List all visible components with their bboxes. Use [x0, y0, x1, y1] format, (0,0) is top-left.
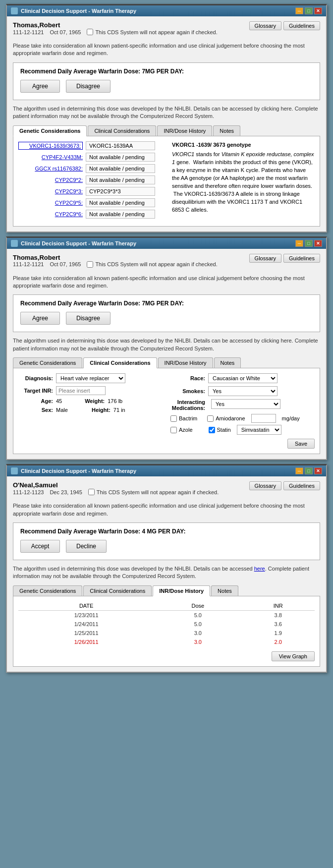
patient-info-2: Thomas,Robert 111-12-1121 Oct 07, 1965 T… — [13, 254, 218, 272]
window-3: Clinical Decision Support - Warfarin The… — [6, 464, 327, 673]
agree-btn-2[interactable]: Agree — [20, 312, 60, 325]
close-btn-3[interactable]: ✕ — [314, 467, 322, 474]
gene-label-6[interactable]: CYP2C9*6: — [18, 211, 83, 217]
amiodarone-input[interactable] — [251, 414, 276, 423]
guidelines-btn-3[interactable]: Guidelines — [283, 481, 320, 490]
tab-clinical-1[interactable]: Clinical Considerations — [88, 125, 156, 136]
gene-value-1: Not available / pending — [86, 153, 155, 162]
statin-checkbox[interactable] — [209, 427, 215, 433]
tab-content-genetic-1: VKORC1-1639/3673: VKORC1-1639AA CYP4F2-V… — [13, 136, 320, 227]
tab-notes-1[interactable]: Notes — [213, 125, 240, 136]
header-buttons-1: Glossary Guidelines — [249, 21, 320, 30]
patient-dob-3: Dec 23, 1945 — [50, 489, 82, 495]
azole-checkbox[interactable] — [170, 427, 177, 433]
genetic-row-5: CYP2C9*5: Not available / pending — [18, 198, 167, 207]
recommend-box-1: Recommend Daily Average Warfarin Dose: 7… — [13, 62, 320, 100]
window-content-1: Thomas,Robert 111-12-1121 Oct 07, 1965 T… — [7, 16, 326, 231]
guidelines-btn-1[interactable]: Guidelines — [283, 21, 320, 30]
decline-btn-3[interactable]: Decline — [66, 540, 107, 553]
title-bar-controls-1: ─ □ ✕ — [295, 7, 322, 14]
height-value: 71 in — [113, 407, 125, 413]
save-btn[interactable]: Save — [287, 439, 315, 449]
window-title-3: Clinical Decision Support - Warfarin The… — [21, 468, 136, 474]
inr-row-2: 1/25/2011 3.0 1.9 — [18, 629, 315, 637]
gene-value-4: CYP2C9*3*3 — [86, 187, 155, 196]
app-icon-1 — [11, 7, 18, 14]
minimize-btn-2[interactable]: ─ — [295, 240, 303, 247]
guidelines-btn-2[interactable]: Guidelines — [283, 254, 320, 263]
patient-dob-1: Oct 07, 1965 — [50, 29, 81, 35]
diagnosis-select[interactable]: Heart valve replacer — [56, 373, 125, 383]
gene-label-3[interactable]: CYP2C9*2: — [18, 177, 83, 183]
window-content-3: O'Neal,Samuel 111-12-1123 Dec 23, 1945 T… — [7, 476, 326, 672]
suppress-checkbox-2[interactable] — [87, 261, 93, 268]
gene-label-5[interactable]: CYP2C9*5: — [18, 200, 83, 206]
minimize-btn-1[interactable]: ─ — [295, 7, 303, 14]
patient-header-2: Thomas,Robert 111-12-1121 Oct 07, 1965 T… — [13, 254, 320, 272]
meds-section: Bactrim Amiodarone mg/day — [170, 414, 315, 435]
minimize-btn-3[interactable]: ─ — [295, 467, 303, 474]
algo-text-1: The algorithm used in determining this d… — [13, 105, 320, 120]
maximize-btn-3[interactable]: □ — [305, 467, 313, 474]
statin-select[interactable]: Simvastatin — [237, 425, 281, 435]
race-select[interactable]: Caucasian or White — [208, 373, 278, 383]
algo-text-pre-3: The algorithm used in determining this d… — [13, 566, 254, 572]
window-title-2: Clinical Decision Support - Warfarin The… — [21, 240, 136, 246]
suppress-checkbox-1[interactable] — [87, 29, 93, 35]
tab-genetic-3[interactable]: Genetic Considerations — [13, 585, 82, 596]
race-row: Race: Caucasian or White — [170, 373, 315, 383]
smokes-label: Smokes: — [170, 388, 205, 394]
diagnosis-row: Diagnosis: Heart valve replacer — [18, 373, 163, 383]
inr-dose-0: 5.0 — [154, 610, 241, 620]
view-graph-btn[interactable]: View Graph — [272, 651, 315, 661]
tab-notes-2[interactable]: Notes — [214, 357, 241, 368]
tab-content-inr-3: DATE Dose INR 1/23/2011 5.0 3.8 1/24/201… — [13, 596, 320, 667]
close-btn-1[interactable]: ✕ — [314, 7, 322, 14]
bactrim-checkbox[interactable] — [170, 415, 177, 422]
patient-id-1: 111-12-1121 — [13, 29, 44, 35]
close-btn-2[interactable]: ✕ — [314, 240, 322, 247]
gene-value-2: Not available / pending — [86, 164, 155, 173]
maximize-btn-1[interactable]: □ — [305, 7, 313, 14]
tab-clinical-2[interactable]: Clinical Considerations — [83, 357, 157, 368]
col-dose: Dose — [154, 601, 241, 611]
glossary-btn-2[interactable]: Glossary — [249, 254, 281, 263]
algo-link-3[interactable]: here — [254, 566, 265, 572]
tab-notes-3[interactable]: Notes — [211, 585, 238, 596]
maximize-btn-2[interactable]: □ — [305, 240, 313, 247]
glossary-btn-3[interactable]: Glossary — [249, 481, 281, 490]
accept-btn-3[interactable]: Accept — [20, 540, 60, 553]
gene-label-4[interactable]: CYP2C9*3: — [18, 188, 83, 194]
gene-label-1[interactable]: CYP4F2-V433M: — [18, 154, 83, 160]
disagree-btn-1[interactable]: Disagree — [66, 80, 111, 93]
title-bar-left-3: Clinical Decision Support - Warfarin The… — [11, 467, 136, 474]
interacting-meds-select[interactable]: Yes — [211, 399, 280, 409]
weight-label: Weight: — [70, 398, 105, 404]
agree-btn-1[interactable]: Agree — [20, 80, 60, 93]
tab-genetic-2[interactable]: Genetic Considerations — [13, 357, 82, 368]
tab-inr-2[interactable]: INR/Dose History — [158, 357, 213, 368]
tab-genetic-1[interactable]: Genetic Considerations — [13, 125, 87, 136]
recommend-box-3: Recommend Daily Average Warfarin Dose: 4… — [13, 522, 320, 560]
col-inr: INR — [241, 601, 315, 611]
smokes-select[interactable]: Yes — [208, 386, 278, 396]
genetic-info-body-1: VKORC1 stands for Vitamin K epoxide redu… — [172, 151, 315, 214]
tab-inr-3[interactable]: INR/Dose History — [153, 585, 210, 596]
patient-id-row-1: 111-12-1121 Oct 07, 1965 This CDS System… — [13, 29, 218, 35]
suppress-row-3: This CDS System will not appear again if… — [88, 489, 219, 495]
tabs-2: Genetic Considerations Clinical Consider… — [13, 357, 320, 368]
amiodarone-checkbox[interactable] — [207, 415, 214, 422]
height-label: Height: — [76, 407, 111, 413]
tab-inr-1[interactable]: INR/Dose History — [157, 125, 212, 136]
target-inr-input[interactable] — [56, 386, 106, 395]
diagnosis-label: Diagnosis: — [18, 375, 53, 381]
glossary-btn-1[interactable]: Glossary — [249, 21, 281, 30]
inr-row-3: 1/26/2011 3.0 2.0 — [18, 637, 315, 646]
app-icon-2 — [11, 240, 18, 247]
disagree-btn-2[interactable]: Disagree — [66, 312, 111, 325]
gene-label-0[interactable]: VKORC1-1639/3673: — [18, 142, 83, 150]
gene-label-2[interactable]: GGCX rs11676382: — [18, 166, 83, 172]
suppress-checkbox-3[interactable] — [88, 489, 95, 495]
tab-clinical-3[interactable]: Clinical Considerations — [83, 585, 152, 596]
patient-header-1: Thomas,Robert 111-12-1121 Oct 07, 1965 T… — [13, 21, 320, 39]
